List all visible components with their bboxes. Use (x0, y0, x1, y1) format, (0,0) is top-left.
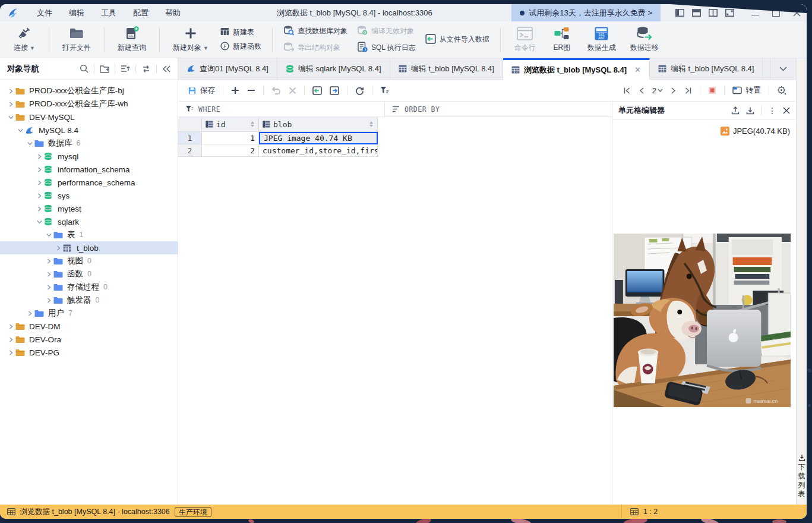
toolbar-sqlnew-button[interactable]: SQL新建查询 (110, 26, 153, 53)
transpose-button[interactable]: 转置 (732, 85, 761, 96)
tree-item-MySQL 8.4[interactable]: MySQL 8.4 (0, 124, 178, 137)
toolbar-folder-button[interactable]: 打开文件 (55, 26, 98, 53)
toggle-left-panel-icon[interactable] (675, 9, 684, 17)
toolbar-tbl-button[interactable]: 新建表 (220, 27, 261, 37)
chevron-right-icon[interactable] (6, 350, 15, 355)
tree-item-存储过程[interactable]: 存储过程0 (0, 281, 178, 294)
tab-4[interactable]: 编辑 t_blob [MySQL 8.4] (650, 58, 763, 79)
menu-item-1[interactable]: 编辑 (61, 8, 93, 18)
tree-item-PROD-xxx公积金生产库-bj[interactable]: PROD-xxx公积金生产库-bj (0, 84, 178, 97)
tree-item-information_schema[interactable]: information_schema (0, 163, 178, 176)
tab-2[interactable]: 编辑 t_blob [MySQL 8.4] (390, 58, 503, 79)
tree-item-视图[interactable]: 视图0 (0, 254, 178, 267)
search-icon[interactable] (80, 64, 89, 73)
toggle-split-icon[interactable] (709, 9, 718, 17)
tree-item-用户[interactable]: 用户7 (0, 307, 178, 320)
tree-item-数据库[interactable]: 数据库6 (0, 137, 178, 150)
delete-row-icon[interactable] (247, 86, 255, 94)
chevron-right-icon[interactable] (44, 259, 53, 264)
toolbar-fn-button[interactable]: F新建函数 (220, 42, 261, 52)
tab-0[interactable]: 查询01 [MySQL 8.4] (178, 58, 277, 79)
order-by-filter[interactable]: ORDER BY (385, 102, 612, 116)
close-button[interactable] (793, 9, 801, 17)
chevron-right-icon[interactable] (34, 206, 44, 212)
export-data-icon[interactable] (330, 86, 339, 95)
chevron-down-icon[interactable] (15, 128, 25, 133)
tree-item-触发器[interactable]: 触发器0 (0, 294, 178, 307)
chevron-down-icon[interactable] (44, 232, 53, 238)
add-row-icon[interactable] (231, 86, 239, 94)
tree-item-mysql[interactable]: mysql (0, 150, 178, 163)
toggle-bottom-panel-icon[interactable] (692, 9, 701, 17)
tab-close-icon[interactable]: ✕ (634, 65, 641, 74)
tree-item-函数[interactable]: 函数0 (0, 267, 178, 281)
sort-toggle-icon[interactable] (250, 121, 255, 128)
stop-icon[interactable] (708, 86, 716, 94)
next-page-icon[interactable] (671, 87, 677, 94)
tree-item-DEV-Ora[interactable]: DEV-Ora (0, 333, 178, 346)
chevron-down-icon[interactable] (25, 141, 34, 146)
tree-item-sys[interactable]: sys (0, 189, 178, 202)
row-number[interactable]: 1 (178, 132, 202, 144)
toolbar-gen-button[interactable]: 101ABC数据生成 (580, 26, 623, 53)
first-page-icon[interactable] (623, 87, 631, 94)
row-number[interactable]: 2 (178, 144, 202, 157)
tab-overflow-button[interactable] (770, 58, 796, 79)
chevron-down-icon[interactable] (34, 219, 44, 225)
chevron-right-icon[interactable] (53, 245, 63, 251)
column-header-blob[interactable]: blob (259, 117, 378, 132)
tab-3[interactable]: 浏览数据 t_blob [MySQL 8.4]✕ (503, 58, 650, 80)
menu-item-0[interactable]: 文件 (29, 8, 61, 18)
trial-banner[interactable]: 试用剩余13天，去注册享永久免费 > (511, 4, 661, 21)
maximize-button[interactable] (772, 9, 780, 17)
filter-icon[interactable] (380, 86, 389, 94)
prev-page-icon[interactable] (639, 87, 644, 94)
new-folder-icon[interactable] (100, 65, 109, 73)
downloads-strip[interactable]: 下载列表 (796, 58, 807, 505)
tree-item-表[interactable]: 表1 (0, 228, 178, 241)
tree-item-sqlark[interactable]: sqlark (0, 215, 178, 228)
toggle-fullscreen-icon[interactable] (725, 9, 734, 17)
tree-item-t_blob[interactable]: t_blob (0, 241, 178, 254)
minimize-button[interactable] (751, 11, 759, 15)
last-page-icon[interactable] (684, 87, 692, 94)
chevron-right-icon[interactable] (34, 167, 44, 172)
grid-settings-icon[interactable] (777, 86, 786, 95)
menu-item-3[interactable]: 配置 (125, 8, 157, 18)
toolbar-plus-button[interactable]: 新建对象▼ (166, 26, 216, 53)
cell-blob[interactable]: customer_id,store_id,firs… (259, 144, 378, 157)
undo-icon[interactable] (271, 86, 281, 94)
chevron-right-icon[interactable] (6, 337, 15, 342)
tree-item-DEV-PG[interactable]: DEV-PG (0, 346, 178, 359)
tab-1[interactable]: 编辑 sqlark [MySQL 8.4] (277, 58, 390, 79)
close-panel-icon[interactable] (783, 107, 790, 114)
menu-item-2[interactable]: 工具 (93, 8, 125, 18)
chevron-right-icon[interactable] (44, 298, 53, 303)
tree-item-DEV-DM[interactable]: DEV-DM (0, 320, 178, 333)
toolbar-mig-button[interactable]: 数据迁移 (623, 26, 666, 53)
tree-item-PROD-xxx公积金生产库-wh[interactable]: PROD-xxx公积金生产库-wh (0, 97, 178, 111)
sync-connections-icon[interactable] (141, 65, 151, 73)
download-icon[interactable] (746, 106, 754, 115)
tree-item-performance_schema[interactable]: performance_schema (0, 176, 178, 189)
import-data-icon[interactable] (312, 86, 322, 95)
toolbar-plug-button[interactable]: 连接▼ (6, 26, 43, 53)
sort-icon[interactable] (121, 65, 130, 73)
toolbar-er-button[interactable]: ER图 (544, 26, 580, 53)
selected-cell[interactable]: JPEG image 40.74 KB (259, 132, 378, 144)
chevron-right-icon[interactable] (6, 102, 15, 107)
chevron-right-icon[interactable] (6, 324, 15, 329)
column-header-id[interactable]: id (202, 117, 259, 132)
more-options-icon[interactable]: ⋮ (768, 106, 776, 115)
cell-id[interactable]: 1 (202, 132, 259, 144)
chevron-right-icon[interactable] (44, 272, 53, 277)
chevron-right-icon[interactable] (44, 285, 53, 290)
chevron-down-icon[interactable] (6, 115, 15, 120)
sort-toggle-icon[interactable] (369, 121, 374, 128)
toolbar-import-button[interactable]: 从文件导入数据 (425, 34, 489, 46)
page-number[interactable]: 2 (652, 86, 663, 95)
save-button[interactable]: 保存 (188, 86, 215, 96)
cancel-edit-icon[interactable] (289, 87, 296, 94)
chevron-right-icon[interactable] (34, 154, 44, 159)
chevron-right-icon[interactable] (34, 180, 44, 185)
